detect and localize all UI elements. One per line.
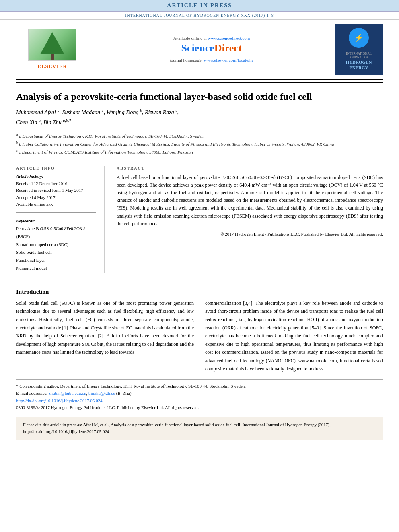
introduction-section: Introduction Solid oxide fuel cell (SOFC… [16, 288, 383, 373]
history-heading: Article history: [16, 174, 96, 179]
hydrogen-icon: ⚡ [349, 28, 369, 48]
authors-line: Muhammad Afzal a, Sushant Madaan a, Wenj… [16, 107, 383, 127]
journal-name-text: INTERNATIONAL JOURNAL OF HYDROGEN ENERGY… [125, 13, 274, 18]
citation-box: Please cite this article in press as: Af… [16, 417, 383, 440]
sciencedirect-logo: ScienceDirect [181, 42, 242, 54]
email-1-link[interactable]: zhubin@hubu.edu.cn [49, 391, 86, 396]
article-info-col: ARTICLE INFO Article history: Received 1… [16, 166, 105, 273]
hydrogen-energy-box: ⚡ INTERNATIONAL JOURNAL OF HYDROGEN ENER… [335, 24, 383, 75]
he-title: HYDROGEN ENERGY [339, 59, 379, 71]
journal-url[interactable]: www.elsevier.com/locate/he [204, 58, 254, 62]
intro-heading: Introduction [16, 288, 383, 295]
corresponding-author: * Corresponding author. Department of En… [16, 383, 383, 390]
body-divider [16, 277, 383, 277]
elsevier-logo-box: ELSEVIER [16, 24, 88, 75]
email-2-link[interactable]: binzhu@kth.se [88, 391, 115, 396]
body-two-col: Solid oxide fuel cell (SOFC) is known as… [16, 299, 383, 373]
elsevier-label: ELSEVIER [37, 63, 67, 70]
top-section: ELSEVIER Available online at www.science… [16, 20, 383, 80]
keyword-2: Samarium doped ceria (SDC) [16, 241, 96, 249]
he-subtitle: INTERNATIONAL JOURNAL OF [339, 52, 379, 59]
article-in-press-banner: ARTICLE IN PRESS [0, 0, 399, 12]
available-online-text: Available online at www.sciencedirect.co… [173, 36, 250, 41]
revised-date: Received in revised form 1 May 2017 [16, 187, 96, 194]
journal-homepage: journal homepage: www.elsevier.com/locat… [170, 58, 254, 62]
footer-copyright: 0360-3199/© 2017 Hydrogen Energy Publica… [16, 404, 383, 411]
intro-left-text: Solid oxide fuel cell (SOFC) is known as… [16, 299, 194, 357]
body-left-col: Solid oxide fuel cell (SOFC) is known as… [16, 299, 194, 373]
elsevier-tree-icon [28, 29, 76, 61]
affiliations: a a Department of Energy Technology, KTH… [16, 131, 383, 156]
keywords-section: Keywords: Perovskite Ba0.5Sr0.5Co0.8Fe0.… [16, 218, 96, 273]
keyword-3: Solid oxide fuel cell [16, 249, 96, 257]
article-history: Article history: Received 12 December 20… [16, 174, 96, 208]
body-right-col: commercialization [3,4]. The electrolyte… [205, 299, 383, 373]
article-info-title: ARTICLE INFO [16, 166, 96, 170]
abstract-copyright: © 2017 Hydrogen Energy Publications LLC.… [117, 232, 383, 236]
keywords-heading: Keywords: [16, 218, 96, 223]
keyword-4: Functional layer [16, 257, 96, 265]
journal-header-line: INTERNATIONAL JOURNAL OF HYDROGEN ENERGY… [0, 12, 399, 20]
direct-text: Direct [214, 42, 242, 54]
article-title: Analysis of a perovskite-ceria functiona… [16, 90, 383, 103]
section-divider [16, 162, 383, 162]
abstract-text: A fuel cell based on a functional layer … [117, 174, 383, 228]
footer-section: * Corresponding author. Department of En… [16, 379, 383, 411]
info-abstract-section: ARTICLE INFO Article history: Received 1… [16, 166, 383, 273]
received-date: Received 12 December 2016 [16, 180, 96, 187]
accepted-date: Accepted 4 May 2017 [16, 194, 96, 201]
science-text: Science [181, 42, 214, 54]
abstract-col: ABSTRACT A fuel cell based on a function… [117, 166, 383, 273]
email-line: E-mail addresses: zhubin@hubu.edu.cn, bi… [16, 390, 383, 397]
keyword-1: Perovskite Ba0.5Sr0.5Co0.8Fe0.2O3-δ (BSC… [16, 225, 96, 241]
title-divider-top [16, 82, 383, 83]
intro-right-text: commercialization [3,4]. The electrolyte… [205, 299, 383, 373]
citation-text: Please cite this article in press as: Af… [23, 422, 331, 434]
available-date: Available online xxx [16, 201, 96, 208]
sciencedirect-url[interactable]: www.sciencedirect.com [208, 36, 250, 41]
keyword-5: Numerical model [16, 265, 96, 273]
keywords-divider [16, 212, 96, 213]
journal-center: Available online at www.sciencedirect.co… [88, 24, 335, 75]
doi-link[interactable]: http://dx.doi.org/10.1016/j.ijhydene.201… [16, 398, 103, 403]
abstract-title: ABSTRACT [117, 166, 383, 170]
